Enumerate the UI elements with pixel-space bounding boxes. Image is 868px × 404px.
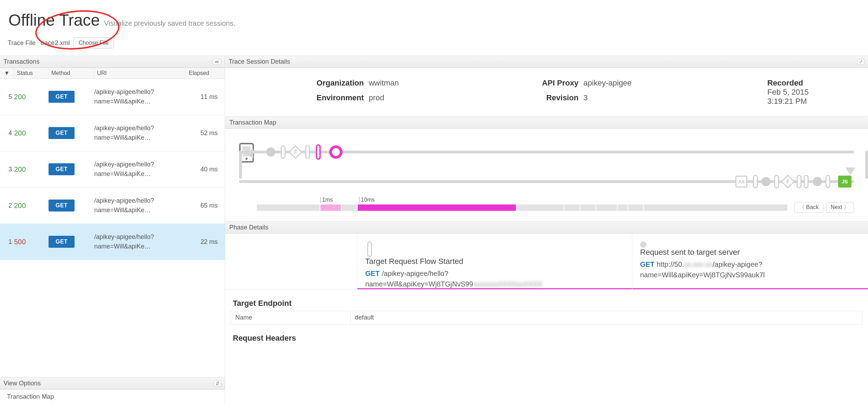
timing-track[interactable]: 1ms 10ms	[257, 204, 787, 211]
target-endpoint-value: default	[351, 311, 862, 324]
flow-node[interactable]	[753, 175, 758, 188]
flow-node[interactable]	[761, 177, 771, 186]
sort-caret-icon[interactable]: ▼	[0, 68, 14, 78]
environment-label: Environment	[317, 93, 364, 102]
target-endpoint-heading: Target Endpoint	[233, 299, 862, 308]
phase-request-sent-target[interactable]: Request sent to target server GEThttp://…	[632, 234, 868, 289]
trace-session-details-heading: Trace Session Details	[229, 58, 290, 65]
uri-cell: /apikey-apigee/hello?name=Will&apiKe…	[94, 196, 186, 215]
page-subtitle: Visualize previously saved trace session…	[104, 19, 235, 27]
next-button[interactable]: Next 〉	[826, 202, 854, 213]
uri-cell: /apikey-apigee/hello?name=Will&apiKe…	[94, 124, 186, 143]
status-code: 500	[14, 238, 49, 246]
arrow-down-icon	[845, 168, 855, 175]
http-method: GET	[365, 270, 379, 277]
view-options-toggle[interactable]: ⇵	[214, 380, 221, 386]
transaction-row[interactable]: 5200GET/apikey-apigee/hello?name=Will&ap…	[0, 79, 225, 115]
flow-node-selected[interactable]	[329, 145, 343, 159]
flow-node[interactable]	[281, 145, 286, 159]
flow-node[interactable]	[797, 175, 802, 188]
page-title: Offline Trace	[8, 11, 100, 29]
timing-label-1ms: 1ms	[320, 197, 333, 203]
flow-node[interactable]	[266, 147, 275, 157]
api-proxy-label: API Proxy	[542, 78, 579, 88]
transactions-heading: Transactions	[4, 58, 39, 65]
phase-details-heading: Phase Details	[225, 221, 868, 234]
flow-node[interactable]	[804, 175, 809, 188]
phase-title: Target Request Flow Started	[365, 257, 624, 266]
flow-node[interactable]	[774, 175, 779, 188]
flow-condition-node[interactable]: F	[288, 145, 302, 159]
elapsed-cell: 22 ms	[186, 238, 225, 246]
phase-cell-empty	[225, 234, 357, 289]
transaction-map-diagram[interactable]: F AX F	[225, 129, 868, 196]
flow-node[interactable]	[825, 175, 830, 188]
back-button[interactable]: 〈 Back	[794, 202, 823, 213]
flow-node-ax[interactable]: AX	[735, 176, 747, 188]
col-header-uri[interactable]: URI	[94, 68, 186, 78]
transaction-row[interactable]: 2200GET/apikey-apigee/hello?name=Will&ap…	[0, 188, 225, 224]
row-index: 2	[0, 202, 14, 209]
col-header-method[interactable]: Method	[49, 68, 94, 78]
api-proxy-value: apikey-apigee	[583, 78, 765, 88]
recorded-date: Feb 5, 2015	[767, 88, 854, 97]
method-pill: GET	[49, 200, 75, 212]
flow-node[interactable]	[305, 145, 310, 159]
expand-right-panel-button[interactable]: ⤢	[857, 59, 864, 65]
col-header-status[interactable]: Status	[14, 68, 49, 78]
request-uri: /apikey-apigee/hello?name=Will&apiKey=Wj…	[365, 270, 473, 288]
transaction-map-heading: Transaction Map	[225, 116, 868, 129]
method-cell: GET	[49, 127, 94, 139]
transaction-row[interactable]: 4200GET/apikey-apigee/hello?name=Will&ap…	[0, 115, 225, 151]
target-uri-prefix: http://50.	[657, 260, 684, 268]
organization-value: wwitman	[369, 78, 539, 88]
uri-cell: /apikey-apigee/hello?name=Will&apiKe…	[94, 160, 186, 179]
http-method: GET	[640, 260, 655, 268]
status-code: 200	[14, 202, 49, 210]
row-index: 3	[0, 166, 14, 173]
request-headers-heading: Request Headers	[233, 334, 862, 343]
transaction-row[interactable]: 3200GET/apikey-apigee/hello?name=Will&ap…	[0, 151, 225, 188]
phase-title: Request sent to target server	[640, 248, 860, 257]
method-cell: GET	[49, 236, 94, 248]
transaction-row[interactable]: 1500GET/apikey-apigee/hello?name=Will&ap…	[0, 224, 225, 260]
trace-file-name: trace2.xml	[40, 39, 70, 47]
redacted-text: xx.xxx.xx	[684, 260, 713, 268]
arrow-left-icon	[245, 149, 253, 158]
method-pill: GET	[49, 127, 75, 139]
row-index: 5	[0, 93, 14, 101]
phase-pill-icon	[367, 241, 372, 257]
phase-dot-icon	[640, 241, 646, 248]
environment-value: prod	[369, 93, 539, 102]
view-options-heading: View Options	[4, 380, 41, 387]
flow-node-active[interactable]	[316, 144, 321, 160]
flow-condition-node[interactable]: F	[781, 175, 795, 189]
target-endpoint-key: Name	[231, 311, 351, 324]
target-endpoint-row: Name default	[231, 311, 862, 324]
redacted-text: xxxxxxxXXXXxxXXXX	[473, 280, 542, 288]
choose-file-button[interactable]: Choose File	[73, 37, 114, 49]
elapsed-cell: 40 ms	[186, 166, 225, 173]
elapsed-cell: 65 ms	[186, 202, 225, 209]
target-node-icon[interactable]: JS	[838, 176, 851, 188]
method-pill: GET	[49, 91, 75, 103]
method-cell: GET	[49, 91, 94, 103]
collapse-left-panel-button[interactable]: ≪	[213, 59, 221, 65]
method-pill: GET	[49, 236, 75, 248]
elapsed-cell: 11 ms	[186, 93, 225, 101]
status-code: 200	[14, 93, 49, 101]
col-header-elapsed[interactable]: Elapsed	[186, 68, 225, 78]
timing-label-10ms: 10ms	[359, 197, 375, 203]
recorded-time: 3:19:21 PM	[767, 97, 854, 106]
phase-target-request-flow[interactable]: Target Request Flow Started GET/apikey-a…	[357, 234, 632, 289]
row-index: 4	[0, 130, 14, 137]
method-cell: GET	[49, 163, 94, 175]
organization-label: Organization	[317, 78, 364, 88]
method-pill: GET	[49, 163, 75, 175]
revision-label: Revision	[542, 93, 579, 102]
view-option-transaction-map[interactable]: Transaction Map	[0, 390, 225, 404]
status-code: 200	[14, 165, 49, 173]
elapsed-cell: 52 ms	[186, 130, 225, 137]
flow-node[interactable]	[813, 177, 822, 186]
trace-file-label: Trace File	[8, 39, 36, 47]
